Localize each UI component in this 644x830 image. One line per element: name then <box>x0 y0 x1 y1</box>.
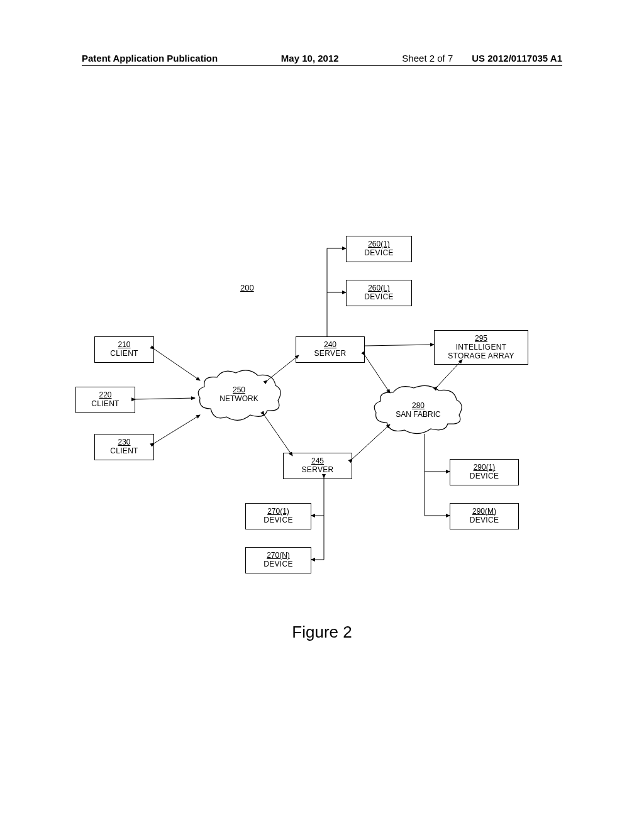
ref-210: 210 <box>97 341 151 350</box>
svg-line-7 <box>365 345 434 346</box>
ref-270N: 270(N) <box>248 551 308 560</box>
ref-220: 220 <box>79 391 132 400</box>
ref-290M: 290(M) <box>453 507 516 516</box>
figure-diagram: 200 210 CLIENT 220 CLIENT 230 CLIENT 250… <box>75 220 553 610</box>
label-device: DEVICE <box>453 516 516 525</box>
ref-2601: 260(1) <box>349 240 409 249</box>
label-client: CLIENT <box>97 350 151 358</box>
ref-245: 245 <box>286 457 349 466</box>
label-device: DEVICE <box>248 516 308 525</box>
ref-260L: 260(L) <box>349 284 409 293</box>
label-device: DEVICE <box>349 249 409 258</box>
figure-caption: Figure 2 <box>0 622 644 642</box>
client-220-box: 220 CLIENT <box>75 387 135 413</box>
header-title: Patent Application Publication <box>82 53 218 64</box>
label-network: NETWORK <box>219 394 258 403</box>
label-client: CLIENT <box>79 400 132 409</box>
server-245-box: 245 SERVER <box>283 453 352 479</box>
label-sanfabric: SAN FABRIC <box>396 410 440 419</box>
svg-line-0 <box>154 349 200 380</box>
ref-295: 295 <box>437 335 525 343</box>
header-date: May 10, 2012 <box>218 53 402 64</box>
client-210-box: 210 CLIENT <box>94 336 154 363</box>
ref-250: 250 <box>195 385 283 394</box>
device-260L-box: 260(L) DEVICE <box>346 280 412 306</box>
connectors <box>75 220 553 610</box>
network-cloud: 250 NETWORK <box>195 368 283 424</box>
label-client: CLIENT <box>97 447 151 456</box>
label-device: DEVICE <box>453 472 516 481</box>
device-270N-box: 270(N) DEVICE <box>245 547 311 573</box>
svg-line-2 <box>154 415 200 443</box>
page-header: Patent Application Publication May 10, 2… <box>82 53 562 66</box>
client-230-box: 230 CLIENT <box>94 434 154 460</box>
ref-230: 230 <box>97 438 151 447</box>
san-fabric-cloud: 280 SAN FABRIC <box>371 384 465 437</box>
header-sheet: Sheet 2 of 7 <box>402 53 453 64</box>
ref-2901: 290(1) <box>453 463 516 472</box>
label-device: DEVICE <box>248 560 308 569</box>
device-290M-box: 290(M) DEVICE <box>450 503 519 529</box>
label-server: SERVER <box>286 466 349 475</box>
intelligent-storage-array-box: 295 INTELLIGENT STORAGE ARRAY <box>434 330 528 365</box>
ref-240: 240 <box>299 341 362 350</box>
diagram-refnum: 200 <box>240 283 254 292</box>
label-device: DEVICE <box>349 293 409 302</box>
ref-280: 280 <box>371 401 465 410</box>
label-isa-2: STORAGE ARRAY <box>437 352 525 361</box>
device-2601-box: 260(1) DEVICE <box>346 236 412 262</box>
label-isa-1: INTELLIGENT <box>437 343 525 352</box>
svg-line-1 <box>135 398 195 399</box>
device-2901-box: 290(1) DEVICE <box>450 459 519 485</box>
ref-2701: 270(1) <box>248 507 308 516</box>
server-240-box: 240 SERVER <box>296 336 365 363</box>
label-server: SERVER <box>299 350 362 358</box>
header-pubnum: US 2012/0117035 A1 <box>472 53 562 64</box>
device-2701-box: 270(1) DEVICE <box>245 503 311 529</box>
